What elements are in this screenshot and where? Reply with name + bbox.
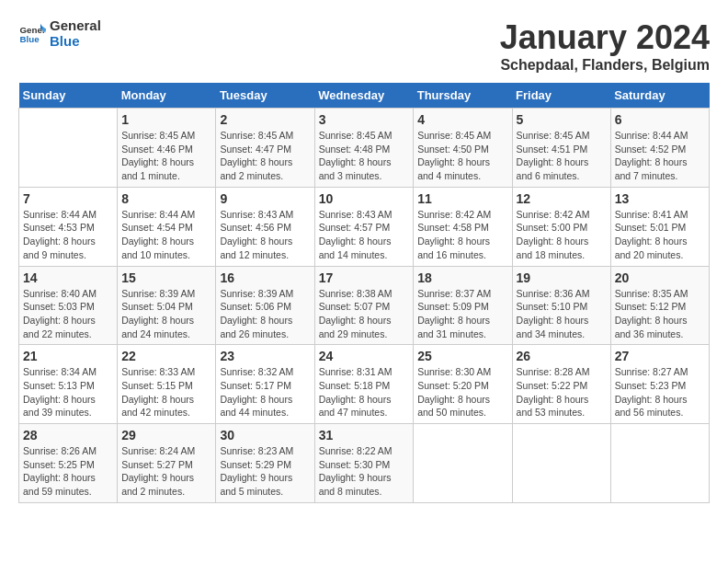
header-day-thursday: Thursday xyxy=(414,83,512,109)
day-number: 21 xyxy=(23,349,113,363)
header-day-saturday: Saturday xyxy=(610,83,709,109)
day-cell: 24Sunrise: 8:31 AM Sunset: 5:18 PM Dayli… xyxy=(314,345,414,424)
day-cell: 26Sunrise: 8:28 AM Sunset: 5:22 PM Dayli… xyxy=(512,345,610,424)
day-cell: 23Sunrise: 8:32 AM Sunset: 5:17 PM Dayli… xyxy=(216,345,314,424)
day-info: Sunrise: 8:32 AM Sunset: 5:17 PM Dayligh… xyxy=(220,365,310,419)
header: General Blue General Blue January 2024 S… xyxy=(18,18,710,74)
logo-blue: Blue xyxy=(50,34,101,50)
day-cell: 9Sunrise: 8:43 AM Sunset: 4:56 PM Daylig… xyxy=(216,187,314,266)
day-info: Sunrise: 8:39 AM Sunset: 5:06 PM Dayligh… xyxy=(220,287,310,341)
day-info: Sunrise: 8:26 AM Sunset: 5:25 PM Dayligh… xyxy=(23,444,113,499)
day-cell: 14Sunrise: 8:40 AM Sunset: 5:03 PM Dayli… xyxy=(19,266,118,345)
day-info: Sunrise: 8:35 AM Sunset: 5:12 PM Dayligh… xyxy=(615,287,705,341)
day-cell: 13Sunrise: 8:41 AM Sunset: 5:01 PM Dayli… xyxy=(610,187,709,266)
day-number: 20 xyxy=(615,270,705,285)
day-cell: 5Sunrise: 8:45 AM Sunset: 4:51 PM Daylig… xyxy=(512,109,610,188)
week-row-3: 14Sunrise: 8:40 AM Sunset: 5:03 PM Dayli… xyxy=(19,266,710,345)
day-cell xyxy=(610,424,709,503)
svg-text:Blue: Blue xyxy=(20,34,40,44)
day-info: Sunrise: 8:39 AM Sunset: 5:04 PM Dayligh… xyxy=(121,287,211,341)
day-info: Sunrise: 8:22 AM Sunset: 5:30 PM Dayligh… xyxy=(319,444,410,499)
day-number: 14 xyxy=(23,270,113,285)
day-info: Sunrise: 8:42 AM Sunset: 4:58 PM Dayligh… xyxy=(417,208,507,262)
header-day-sunday: Sunday xyxy=(19,83,118,109)
day-number: 22 xyxy=(121,349,211,363)
day-number: 3 xyxy=(319,112,410,127)
header-day-wednesday: Wednesday xyxy=(314,83,414,109)
day-number: 7 xyxy=(23,191,113,206)
day-info: Sunrise: 8:45 AM Sunset: 4:50 PM Dayligh… xyxy=(417,129,507,183)
day-info: Sunrise: 8:40 AM Sunset: 5:03 PM Dayligh… xyxy=(23,287,113,341)
day-number: 4 xyxy=(417,112,507,127)
day-info: Sunrise: 8:44 AM Sunset: 4:54 PM Dayligh… xyxy=(121,208,211,262)
day-cell xyxy=(414,424,512,503)
day-info: Sunrise: 8:30 AM Sunset: 5:20 PM Dayligh… xyxy=(417,365,507,419)
day-cell: 31Sunrise: 8:22 AM Sunset: 5:30 PM Dayli… xyxy=(314,424,414,503)
day-number: 23 xyxy=(220,349,310,363)
day-cell: 22Sunrise: 8:33 AM Sunset: 5:15 PM Dayli… xyxy=(118,345,216,424)
day-number: 25 xyxy=(417,349,507,363)
day-cell: 30Sunrise: 8:23 AM Sunset: 5:29 PM Dayli… xyxy=(216,424,314,503)
day-cell: 19Sunrise: 8:36 AM Sunset: 5:10 PM Dayli… xyxy=(512,266,610,345)
day-number: 1 xyxy=(121,112,211,127)
day-number: 17 xyxy=(319,270,410,285)
day-number: 11 xyxy=(417,191,507,206)
day-number: 30 xyxy=(220,428,310,442)
day-cell: 12Sunrise: 8:42 AM Sunset: 5:00 PM Dayli… xyxy=(512,187,610,266)
title-area: January 2024 Schepdaal, Flanders, Belgiu… xyxy=(500,18,710,74)
day-number: 15 xyxy=(121,270,211,285)
day-number: 12 xyxy=(517,191,607,206)
day-number: 19 xyxy=(517,270,607,285)
day-info: Sunrise: 8:45 AM Sunset: 4:46 PM Dayligh… xyxy=(121,129,211,183)
day-cell: 17Sunrise: 8:38 AM Sunset: 5:07 PM Dayli… xyxy=(314,266,414,345)
header-day-tuesday: Tuesday xyxy=(216,83,314,109)
day-cell: 8Sunrise: 8:44 AM Sunset: 4:54 PM Daylig… xyxy=(118,187,216,266)
logo-general: General xyxy=(50,18,101,34)
day-number: 29 xyxy=(121,428,211,442)
day-number: 16 xyxy=(220,270,310,285)
day-cell: 28Sunrise: 8:26 AM Sunset: 5:25 PM Dayli… xyxy=(19,424,118,503)
day-cell: 29Sunrise: 8:24 AM Sunset: 5:27 PM Dayli… xyxy=(118,424,216,503)
day-info: Sunrise: 8:45 AM Sunset: 4:47 PM Dayligh… xyxy=(220,129,310,183)
day-info: Sunrise: 8:44 AM Sunset: 4:52 PM Dayligh… xyxy=(615,129,705,183)
day-cell xyxy=(512,424,610,503)
calendar-table: SundayMondayTuesdayWednesdayThursdayFrid… xyxy=(18,83,710,503)
day-info: Sunrise: 8:44 AM Sunset: 4:53 PM Dayligh… xyxy=(23,208,113,262)
day-cell: 10Sunrise: 8:43 AM Sunset: 4:57 PM Dayli… xyxy=(314,187,414,266)
week-row-5: 28Sunrise: 8:26 AM Sunset: 5:25 PM Dayli… xyxy=(19,424,710,503)
day-info: Sunrise: 8:28 AM Sunset: 5:22 PM Dayligh… xyxy=(517,365,607,419)
day-cell: 27Sunrise: 8:27 AM Sunset: 5:23 PM Dayli… xyxy=(610,345,709,424)
day-cell: 15Sunrise: 8:39 AM Sunset: 5:04 PM Dayli… xyxy=(118,266,216,345)
day-info: Sunrise: 8:23 AM Sunset: 5:29 PM Dayligh… xyxy=(220,444,310,499)
day-cell: 3Sunrise: 8:45 AM Sunset: 4:48 PM Daylig… xyxy=(314,109,414,188)
day-info: Sunrise: 8:36 AM Sunset: 5:10 PM Dayligh… xyxy=(517,287,607,341)
logo-icon: General Blue xyxy=(18,20,46,48)
day-info: Sunrise: 8:42 AM Sunset: 5:00 PM Dayligh… xyxy=(517,208,607,262)
day-number: 5 xyxy=(517,112,607,127)
day-info: Sunrise: 8:41 AM Sunset: 5:01 PM Dayligh… xyxy=(615,208,705,262)
day-cell: 6Sunrise: 8:44 AM Sunset: 4:52 PM Daylig… xyxy=(610,109,709,188)
header-day-monday: Monday xyxy=(118,83,216,109)
day-number: 6 xyxy=(615,112,705,127)
day-info: Sunrise: 8:33 AM Sunset: 5:15 PM Dayligh… xyxy=(121,365,211,419)
day-info: Sunrise: 8:24 AM Sunset: 5:27 PM Dayligh… xyxy=(121,444,211,499)
day-cell: 7Sunrise: 8:44 AM Sunset: 4:53 PM Daylig… xyxy=(19,187,118,266)
day-info: Sunrise: 8:43 AM Sunset: 4:57 PM Dayligh… xyxy=(319,208,410,262)
day-info: Sunrise: 8:34 AM Sunset: 5:13 PM Dayligh… xyxy=(23,365,113,419)
day-number: 27 xyxy=(615,349,705,363)
week-row-4: 21Sunrise: 8:34 AM Sunset: 5:13 PM Dayli… xyxy=(19,345,710,424)
day-cell: 16Sunrise: 8:39 AM Sunset: 5:06 PM Dayli… xyxy=(216,266,314,345)
day-number: 31 xyxy=(319,428,410,442)
week-row-2: 7Sunrise: 8:44 AM Sunset: 4:53 PM Daylig… xyxy=(19,187,710,266)
day-number: 2 xyxy=(220,112,310,127)
day-cell xyxy=(19,109,118,188)
day-cell: 20Sunrise: 8:35 AM Sunset: 5:12 PM Dayli… xyxy=(610,266,709,345)
day-info: Sunrise: 8:37 AM Sunset: 5:09 PM Dayligh… xyxy=(417,287,507,341)
day-number: 8 xyxy=(121,191,211,206)
month-title: January 2024 xyxy=(500,18,710,57)
day-info: Sunrise: 8:45 AM Sunset: 4:51 PM Dayligh… xyxy=(517,129,607,183)
logo: General Blue General Blue xyxy=(18,18,101,49)
day-info: Sunrise: 8:38 AM Sunset: 5:07 PM Dayligh… xyxy=(319,287,410,341)
day-info: Sunrise: 8:43 AM Sunset: 4:56 PM Dayligh… xyxy=(220,208,310,262)
day-cell: 11Sunrise: 8:42 AM Sunset: 4:58 PM Dayli… xyxy=(414,187,512,266)
